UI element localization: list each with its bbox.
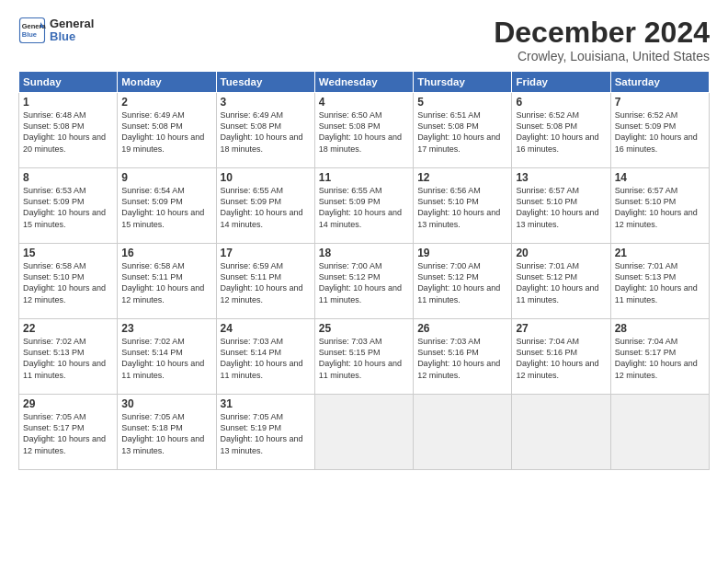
calendar-day-cell: 5Sunrise: 6:51 AM Sunset: 5:08 PM Daylig…: [414, 93, 512, 168]
day-number: 25: [319, 322, 409, 335]
calendar-day-cell: 13Sunrise: 6:57 AM Sunset: 5:10 PM Dayli…: [512, 168, 610, 244]
day-info: Sunrise: 6:58 AM Sunset: 5:10 PM Dayligh…: [23, 260, 113, 305]
day-number: 7: [615, 96, 705, 109]
calendar-day-cell: 22Sunrise: 7:02 AM Sunset: 5:13 PM Dayli…: [19, 319, 118, 395]
day-info: Sunrise: 7:03 AM Sunset: 5:14 PM Dayligh…: [221, 336, 311, 381]
day-number: 24: [221, 322, 311, 335]
day-number: 8: [23, 171, 113, 184]
day-info: Sunrise: 6:50 AM Sunset: 5:08 PM Dayligh…: [319, 109, 409, 155]
svg-text:Blue: Blue: [22, 30, 37, 39]
calendar-table: SundayMondayTuesdayWednesdayThursdayFrid…: [18, 71, 710, 470]
calendar-day-cell: 3Sunrise: 6:49 AM Sunset: 5:08 PM Daylig…: [216, 93, 314, 168]
calendar-day-cell: 26Sunrise: 7:03 AM Sunset: 5:16 PM Dayli…: [414, 319, 512, 395]
day-info: Sunrise: 6:52 AM Sunset: 5:08 PM Dayligh…: [516, 109, 606, 155]
day-number: 31: [221, 397, 311, 410]
calendar-week-row: 15Sunrise: 6:58 AM Sunset: 5:10 PM Dayli…: [19, 244, 710, 319]
calendar-header-cell: Tuesday: [216, 72, 314, 93]
day-number: 13: [516, 171, 606, 184]
day-number: 14: [615, 171, 705, 184]
calendar-day-cell: 9Sunrise: 6:54 AM Sunset: 5:09 PM Daylig…: [118, 168, 216, 244]
calendar-header-cell: Monday: [118, 72, 216, 93]
title-block: December 2024 Crowley, Louisiana, United…: [494, 17, 710, 63]
calendar-body: 1Sunrise: 6:48 AM Sunset: 5:08 PM Daylig…: [19, 93, 710, 470]
calendar-day-cell: 1Sunrise: 6:48 AM Sunset: 5:08 PM Daylig…: [19, 93, 118, 168]
calendar-week-row: 22Sunrise: 7:02 AM Sunset: 5:13 PM Dayli…: [19, 319, 710, 395]
calendar-day-cell: 11Sunrise: 6:55 AM Sunset: 5:09 PM Dayli…: [314, 168, 413, 244]
calendar-day-cell: 23Sunrise: 7:02 AM Sunset: 5:14 PM Dayli…: [118, 319, 216, 395]
day-info: Sunrise: 7:01 AM Sunset: 5:13 PM Dayligh…: [615, 260, 705, 305]
day-info: Sunrise: 7:05 AM Sunset: 5:17 PM Dayligh…: [23, 411, 113, 456]
calendar-header-cell: Wednesday: [314, 72, 413, 93]
day-number: 12: [417, 171, 507, 184]
calendar-day-cell: 28Sunrise: 7:04 AM Sunset: 5:17 PM Dayli…: [610, 319, 709, 395]
day-info: Sunrise: 7:03 AM Sunset: 5:15 PM Dayligh…: [319, 336, 409, 381]
day-number: 1: [23, 96, 113, 109]
day-info: Sunrise: 6:51 AM Sunset: 5:08 PM Dayligh…: [417, 109, 507, 155]
calendar-day-cell: 8Sunrise: 6:53 AM Sunset: 5:09 PM Daylig…: [19, 168, 118, 244]
day-number: 4: [319, 96, 409, 109]
day-number: 16: [121, 247, 211, 259]
day-number: 19: [417, 247, 507, 259]
day-number: 2: [121, 96, 211, 109]
calendar-header-cell: Sunday: [19, 72, 118, 93]
day-number: 6: [516, 96, 606, 109]
day-number: 29: [23, 397, 113, 410]
day-info: Sunrise: 6:53 AM Sunset: 5:09 PM Dayligh…: [23, 185, 113, 230]
calendar-day-cell: 20Sunrise: 7:01 AM Sunset: 5:12 PM Dayli…: [512, 244, 610, 319]
calendar-header-cell: Friday: [512, 72, 610, 93]
day-info: Sunrise: 7:05 AM Sunset: 5:18 PM Dayligh…: [121, 411, 211, 456]
calendar-header-row: SundayMondayTuesdayWednesdayThursdayFrid…: [19, 72, 710, 93]
calendar-day-cell: 31Sunrise: 7:05 AM Sunset: 5:19 PM Dayli…: [216, 395, 314, 470]
day-number: 27: [516, 322, 606, 335]
day-number: 18: [319, 247, 409, 259]
day-number: 28: [615, 322, 705, 335]
calendar-day-cell: 14Sunrise: 6:57 AM Sunset: 5:10 PM Dayli…: [610, 168, 709, 244]
calendar-day-cell: 27Sunrise: 7:04 AM Sunset: 5:16 PM Dayli…: [512, 319, 610, 395]
day-number: 21: [615, 247, 705, 259]
day-info: Sunrise: 6:49 AM Sunset: 5:08 PM Dayligh…: [221, 109, 311, 155]
day-info: Sunrise: 6:57 AM Sunset: 5:10 PM Dayligh…: [516, 185, 606, 230]
day-info: Sunrise: 7:04 AM Sunset: 5:17 PM Dayligh…: [615, 336, 705, 381]
calendar-day-cell: 18Sunrise: 7:00 AM Sunset: 5:12 PM Dayli…: [314, 244, 413, 319]
calendar-header-cell: Thursday: [414, 72, 512, 93]
calendar-week-row: 8Sunrise: 6:53 AM Sunset: 5:09 PM Daylig…: [19, 168, 710, 244]
day-info: Sunrise: 6:54 AM Sunset: 5:09 PM Dayligh…: [121, 185, 211, 230]
calendar-day-cell: 29Sunrise: 7:05 AM Sunset: 5:17 PM Dayli…: [19, 395, 118, 470]
calendar-day-cell: 2Sunrise: 6:49 AM Sunset: 5:08 PM Daylig…: [118, 93, 216, 168]
logo-text: General Blue: [50, 17, 94, 44]
calendar-day-cell: 19Sunrise: 7:00 AM Sunset: 5:12 PM Dayli…: [414, 244, 512, 319]
calendar-day-cell: 30Sunrise: 7:05 AM Sunset: 5:18 PM Dayli…: [118, 395, 216, 470]
day-info: Sunrise: 6:59 AM Sunset: 5:11 PM Dayligh…: [221, 260, 311, 305]
day-number: 3: [221, 96, 311, 109]
day-info: Sunrise: 6:58 AM Sunset: 5:11 PM Dayligh…: [121, 260, 211, 305]
calendar-day-cell: [512, 395, 610, 470]
day-info: Sunrise: 7:00 AM Sunset: 5:12 PM Dayligh…: [417, 260, 507, 305]
calendar-day-cell: [414, 395, 512, 470]
day-number: 22: [23, 322, 113, 335]
day-info: Sunrise: 7:04 AM Sunset: 5:16 PM Dayligh…: [516, 336, 606, 381]
calendar-day-cell: 21Sunrise: 7:01 AM Sunset: 5:13 PM Dayli…: [610, 244, 709, 319]
calendar-week-row: 1Sunrise: 6:48 AM Sunset: 5:08 PM Daylig…: [19, 93, 710, 168]
day-number: 30: [121, 397, 211, 410]
calendar-day-cell: 4Sunrise: 6:50 AM Sunset: 5:08 PM Daylig…: [314, 93, 413, 168]
calendar-day-cell: [610, 395, 709, 470]
calendar-day-cell: 7Sunrise: 6:52 AM Sunset: 5:09 PM Daylig…: [610, 93, 709, 168]
day-number: 11: [319, 171, 409, 184]
day-info: Sunrise: 7:02 AM Sunset: 5:14 PM Dayligh…: [121, 336, 211, 381]
day-info: Sunrise: 6:55 AM Sunset: 5:09 PM Dayligh…: [319, 185, 409, 230]
main-title: December 2024: [494, 17, 710, 49]
day-number: 17: [221, 247, 311, 259]
calendar-header-cell: Saturday: [610, 72, 709, 93]
calendar-day-cell: 24Sunrise: 7:03 AM Sunset: 5:14 PM Dayli…: [216, 319, 314, 395]
calendar-day-cell: 6Sunrise: 6:52 AM Sunset: 5:08 PM Daylig…: [512, 93, 610, 168]
logo-icon: General Blue: [18, 17, 46, 44]
day-number: 5: [417, 96, 507, 109]
calendar-week-row: 29Sunrise: 7:05 AM Sunset: 5:17 PM Dayli…: [19, 395, 710, 470]
day-info: Sunrise: 7:02 AM Sunset: 5:13 PM Dayligh…: [23, 336, 113, 381]
day-info: Sunrise: 6:56 AM Sunset: 5:10 PM Dayligh…: [417, 185, 507, 230]
day-info: Sunrise: 6:52 AM Sunset: 5:09 PM Dayligh…: [615, 109, 705, 155]
day-info: Sunrise: 7:00 AM Sunset: 5:12 PM Dayligh…: [319, 260, 409, 305]
calendar-day-cell: 16Sunrise: 6:58 AM Sunset: 5:11 PM Dayli…: [118, 244, 216, 319]
day-info: Sunrise: 6:55 AM Sunset: 5:09 PM Dayligh…: [221, 185, 311, 230]
day-number: 10: [221, 171, 311, 184]
